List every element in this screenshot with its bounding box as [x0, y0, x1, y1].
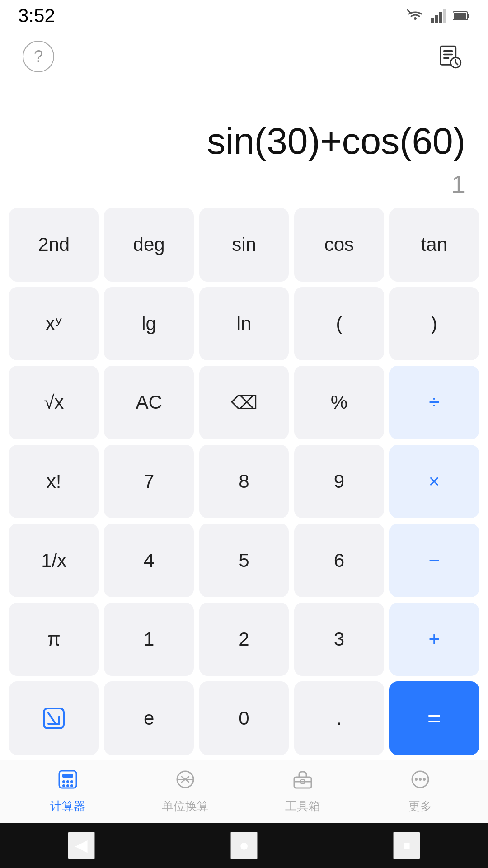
btn-ans[interactable] [9, 681, 99, 755]
btn-8[interactable]: 8 [199, 445, 289, 519]
recent-button[interactable]: ■ [393, 832, 420, 859]
back-button[interactable]: ◀ [68, 832, 95, 859]
svg-point-22 [70, 780, 73, 783]
svg-rect-1 [431, 18, 434, 23]
nav-calculator[interactable]: 计算器 [9, 769, 127, 814]
toolbox-icon [292, 769, 313, 795]
more-icon [410, 769, 431, 795]
nav-unit-label: 单位换算 [162, 798, 209, 814]
svg-rect-4 [443, 9, 446, 23]
btn-del[interactable]: ⌫ [199, 366, 289, 439]
btn-dot[interactable]: . [294, 681, 384, 755]
key-row-0: 2nddegsincostan [9, 208, 479, 282]
svg-rect-19 [62, 774, 73, 778]
unit-icon [175, 769, 196, 795]
calculator-icon [57, 769, 78, 795]
svg-rect-6 [468, 14, 469, 18]
btn-mul[interactable]: × [389, 445, 479, 519]
btn-0[interactable]: 0 [199, 681, 289, 755]
svg-rect-28 [294, 777, 311, 788]
key-row-4: 1/x456− [9, 524, 479, 597]
btn-xy[interactable]: xʸ [9, 287, 99, 361]
key-row-3: x!789× [9, 445, 479, 519]
key-row-1: xʸlgln() [9, 287, 479, 361]
btn-cos[interactable]: cos [294, 208, 384, 282]
nav-calculator-label: 计算器 [50, 798, 85, 814]
home-button[interactable]: ● [230, 832, 258, 859]
svg-point-33 [419, 778, 422, 781]
expression-display: sin(30)+cos(60) [207, 121, 465, 161]
display-area: sin(30)+cos(60) 1 [0, 77, 488, 203]
btn-div[interactable]: ÷ [389, 366, 479, 439]
btn-9[interactable]: 9 [294, 445, 384, 519]
svg-rect-2 [435, 15, 438, 23]
svg-point-25 [70, 784, 73, 787]
key-row-2: √xAC⌫%÷ [9, 366, 479, 439]
key-row-6: e0.= [9, 681, 479, 755]
sys-nav: ◀ ● ■ [0, 823, 488, 868]
btn-deg[interactable]: deg [104, 208, 193, 282]
key-row-5: π123+ [9, 603, 479, 676]
status-time: 3:52 [18, 5, 55, 27]
btn-lparen[interactable]: ( [294, 287, 384, 361]
btn-tan[interactable]: tan [389, 208, 479, 282]
nav-unit[interactable]: 单位换算 [127, 769, 244, 814]
btn-6[interactable]: 6 [294, 524, 384, 597]
btn-add[interactable]: + [389, 603, 479, 676]
svg-point-24 [66, 784, 69, 787]
btn-ac[interactable]: AC [104, 366, 193, 439]
btn-5[interactable]: 5 [199, 524, 289, 597]
home-icon: ● [239, 836, 249, 855]
nav-more[interactable]: 更多 [361, 769, 479, 814]
btn-inv[interactable]: 1/x [9, 524, 99, 597]
btn-2nd[interactable]: 2nd [9, 208, 99, 282]
status-icons [407, 9, 470, 23]
bottom-nav: 计算器 单位换算 工具箱 更多 [0, 760, 488, 823]
recent-icon: ■ [403, 838, 411, 853]
btn-eq[interactable]: = [389, 681, 479, 755]
nav-more-label: 更多 [408, 798, 432, 814]
btn-rparen[interactable]: ) [389, 287, 479, 361]
svg-point-21 [66, 780, 69, 783]
btn-pi[interactable]: π [9, 603, 99, 676]
svg-point-32 [415, 778, 418, 781]
btn-4[interactable]: 4 [104, 524, 193, 597]
svg-point-34 [423, 778, 426, 781]
svg-rect-15 [44, 708, 64, 728]
btn-sin[interactable]: sin [199, 208, 289, 282]
btn-2[interactable]: 2 [199, 603, 289, 676]
status-bar: 3:52 [0, 0, 488, 32]
history-button[interactable] [434, 41, 465, 72]
svg-point-20 [62, 780, 65, 783]
battery-icon [453, 11, 470, 21]
btn-xfact[interactable]: x! [9, 445, 99, 519]
btn-lg[interactable]: lg [104, 287, 193, 361]
btn-7[interactable]: 7 [104, 445, 193, 519]
btn-pct[interactable]: % [294, 366, 384, 439]
btn-ln[interactable]: ln [199, 287, 289, 361]
svg-rect-3 [439, 12, 442, 23]
svg-point-23 [62, 784, 65, 787]
app-header: ? [0, 32, 488, 77]
wifi-x-icon [407, 9, 424, 23]
nav-toolbox[interactable]: 工具箱 [244, 769, 361, 814]
svg-rect-7 [454, 13, 466, 19]
nav-toolbox-label: 工具箱 [285, 798, 320, 814]
btn-sub[interactable]: − [389, 524, 479, 597]
svg-line-0 [407, 9, 411, 14]
keypad: 2nddegsincostanxʸlgln()√xAC⌫%÷x!789×1/x4… [0, 203, 488, 760]
signal-icon [431, 9, 446, 23]
help-icon: ? [34, 47, 43, 66]
help-button[interactable]: ? [23, 41, 54, 72]
result-display: 1 [451, 170, 465, 199]
btn-sqrt[interactable]: √x [9, 366, 99, 439]
btn-3[interactable]: 3 [294, 603, 384, 676]
svg-line-17 [48, 713, 56, 724]
btn-e[interactable]: e [104, 681, 193, 755]
back-icon: ◀ [75, 836, 88, 855]
btn-1[interactable]: 1 [104, 603, 193, 676]
history-icon [437, 44, 462, 69]
